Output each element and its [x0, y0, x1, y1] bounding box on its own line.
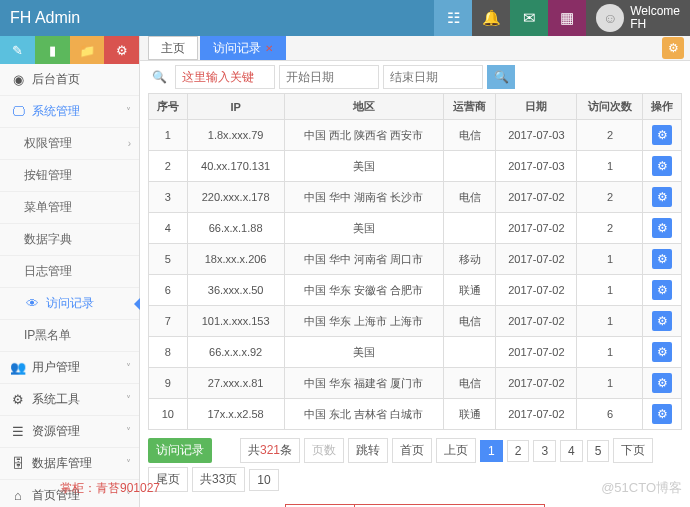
submenu-blacklist[interactable]: IP黑名单: [0, 320, 139, 352]
sidebar: ✎ ▮ 📁 ⚙ ◉后台首页 🖵系统管理˅ 权限管理› 按钮管理 菜单管理 数据字…: [0, 36, 140, 507]
row-action-icon[interactable]: ⚙: [652, 404, 672, 424]
table-row: 240.xx.170.131美国2017-07-031⚙: [149, 151, 682, 182]
owner-label: 掌柜：青苔901027: [60, 480, 160, 497]
pagecount-label: 页数: [304, 438, 344, 463]
next-page[interactable]: 下页: [613, 438, 653, 463]
avatar-icon: ☺: [596, 4, 624, 32]
row-action-icon[interactable]: ⚙: [652, 125, 672, 145]
tab-bar: 主页 访问记录✕ ⚙: [140, 36, 690, 61]
row-action-icon[interactable]: ⚙: [652, 187, 672, 207]
page-1[interactable]: 1: [480, 440, 503, 462]
menu-home[interactable]: ◉后台首页: [0, 64, 139, 96]
menu-tools[interactable]: ⚙系统工具˅: [0, 384, 139, 416]
search-icon: 🔍: [152, 70, 167, 84]
prev-page[interactable]: 上页: [436, 438, 476, 463]
menu-system[interactable]: 🖵系统管理˅: [0, 96, 139, 128]
home-icon: ⌂: [10, 488, 26, 503]
start-date-input[interactable]: [279, 65, 379, 89]
menu-database[interactable]: 🗄数据库管理˅: [0, 448, 139, 480]
table-row: 11.8x.xxx.79中国 西北 陕西省 西安市电信2017-07-032⚙: [149, 120, 682, 151]
total-pages: 共33页: [192, 467, 245, 492]
keyword-input[interactable]: [175, 65, 275, 89]
tab-visits[interactable]: 访问记录✕: [200, 36, 286, 60]
tab-settings-icon[interactable]: ⚙: [662, 37, 684, 59]
eye-icon: 👁: [24, 296, 40, 311]
row-action-icon[interactable]: ⚙: [652, 218, 672, 238]
folder-icon[interactable]: 📁: [70, 36, 105, 64]
table-row: 518x.xx.x.206中国 华中 河南省 周口市移动2017-07-021⚙: [149, 244, 682, 275]
export-button[interactable]: 访问记录: [148, 438, 212, 463]
settings-icon[interactable]: ⚙: [104, 36, 139, 64]
top-tools: ☷ 🔔 ✉ ▦ ☺ WelcomeFH: [434, 0, 690, 36]
table-row: 636.xxx.x.50中国 华东 安徽省 合肥市联通2017-07-021⚙: [149, 275, 682, 306]
table-row: 866.x.x.x.92美国2017-07-021⚙: [149, 337, 682, 368]
stats-icon[interactable]: ▮: [35, 36, 70, 64]
table-row: 466.x.x.1.88美国2017-07-022⚙: [149, 213, 682, 244]
row-action-icon[interactable]: ⚙: [652, 373, 672, 393]
total-label: 共321条: [240, 438, 300, 463]
submenu-permissions[interactable]: 权限管理›: [0, 128, 139, 160]
submenu-logs[interactable]: 日志管理: [0, 256, 139, 288]
edit-icon[interactable]: ✎: [0, 36, 35, 64]
close-icon[interactable]: ✕: [265, 43, 273, 54]
row-action-icon[interactable]: ⚙: [652, 249, 672, 269]
page-4[interactable]: 4: [560, 440, 583, 462]
bell-icon[interactable]: 🔔: [472, 0, 510, 36]
dashboard-icon: ◉: [10, 72, 26, 87]
menu-users[interactable]: 👥用户管理˅: [0, 352, 139, 384]
first-page[interactable]: 首页: [392, 438, 432, 463]
database-icon: 🗄: [10, 456, 26, 471]
brand: FH Admin: [10, 9, 80, 27]
chevron-right-icon: ›: [128, 138, 131, 149]
monitor-icon: 🖵: [10, 104, 26, 119]
page-2[interactable]: 2: [507, 440, 530, 462]
table-header-row: 序号 IP 地区 运营商 日期 访问次数 操作: [149, 94, 682, 120]
submenu-menus[interactable]: 菜单管理: [0, 192, 139, 224]
table-row: 927.xxx.x.81中国 华东 福建省 厦门市电信2017-07-021⚙: [149, 368, 682, 399]
submenu-dict[interactable]: 数据字典: [0, 224, 139, 256]
table-row: 7101.x.xxx.153中国 华东 上海市 上海市电信2017-07-021…: [149, 306, 682, 337]
gear-icon: ⚙: [10, 392, 26, 407]
row-action-icon[interactable]: ⚙: [652, 311, 672, 331]
chevron-down-icon: ˅: [126, 426, 131, 437]
chevron-down-icon: ˅: [126, 394, 131, 405]
end-date-input[interactable]: [383, 65, 483, 89]
page-size[interactable]: 10: [249, 469, 278, 491]
chevron-down-icon: ˅: [126, 106, 131, 117]
grid-icon[interactable]: ▦: [548, 0, 586, 36]
main: 主页 访问记录✕ ⚙ 🔍 🔍 序号 IP 地区 运营商 日期 访问次数 操作 1…: [140, 36, 690, 507]
watermark: @51CTO博客: [601, 479, 682, 497]
page-3[interactable]: 3: [533, 440, 556, 462]
row-action-icon[interactable]: ⚙: [652, 156, 672, 176]
mail-icon[interactable]: ✉: [510, 0, 548, 36]
list-icon: ☰: [10, 424, 26, 439]
table-row: 1017x.x.x2.58中国 东北 吉林省 白城市联通2017-07-026⚙: [149, 399, 682, 430]
menu-resources[interactable]: ☰资源管理˅: [0, 416, 139, 448]
row-action-icon[interactable]: ⚙: [652, 342, 672, 362]
user-menu[interactable]: ☺ WelcomeFH: [586, 0, 690, 36]
submenu-visits[interactable]: 👁访问记录: [0, 288, 139, 320]
submenu-buttons[interactable]: 按钮管理: [0, 160, 139, 192]
jump-button[interactable]: 跳转: [348, 438, 388, 463]
search-toolbar: 🔍 🔍: [140, 61, 690, 93]
chevron-down-icon: ˅: [126, 362, 131, 373]
page-5[interactable]: 5: [587, 440, 610, 462]
tasks-icon[interactable]: ☷: [434, 0, 472, 36]
chevron-down-icon: ˅: [126, 458, 131, 469]
topbar: FH Admin ☷ 🔔 ✉ ▦ ☺ WelcomeFH: [0, 0, 690, 36]
table-row: 3220.xxx.x.178中国 华中 湖南省 长沙市电信2017-07-022…: [149, 182, 682, 213]
row-action-icon[interactable]: ⚙: [652, 280, 672, 300]
search-button[interactable]: 🔍: [487, 65, 515, 89]
users-icon: 👥: [10, 360, 26, 375]
tab-home[interactable]: 主页: [148, 36, 198, 60]
visits-table: 序号 IP 地区 运营商 日期 访问次数 操作 11.8x.xxx.79中国 西…: [148, 93, 682, 430]
